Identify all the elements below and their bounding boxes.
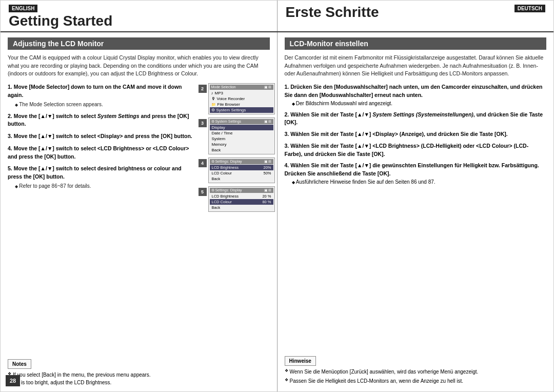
screen-item-system: ⚙ System Settings [210, 107, 273, 113]
screen3-system: System [210, 136, 273, 142]
screen5-back: Back [210, 205, 273, 210]
section-bar-en: Adjusting the LCD Monitor [8, 37, 270, 50]
step-en-1: 1. Move [Mode Selector] down to turn on … [8, 83, 194, 108]
screen3-memory: Memory [210, 142, 273, 147]
step-en-2: 2. Move the [▲/▼] switch to select Syste… [8, 112, 194, 129]
steps-area-en: 1. Move [Mode Selector] down to turn on … [8, 83, 270, 356]
step-en-1-number: 1. [8, 84, 12, 90]
lang-badge-en: ENGLISH [9, 5, 37, 12]
de-step-3-main: 3. Wählen Sie mit der Taste [▲/▼] <Displ… [285, 130, 547, 139]
screen-mock-3: 3 ⚙ System Settings▣ ⊞ Display Date / Ti… [208, 117, 275, 154]
note-en-2: If it is too bright, adjust the LCD Brig… [8, 379, 270, 386]
step-en-4-number: 4. [8, 145, 12, 151]
de-step-3: 3. Wählen Sie mit der Taste [▲/▼] <Displ… [285, 130, 547, 139]
screen-mock-2: 2 Mode Selection▣ ⊞ ♪ MP3 🎙 Voice Record… [208, 83, 275, 114]
screen-mock-4: 4 ⚙ Settings: Display▣ ⊞ LCD Brightness2… [208, 158, 275, 183]
step-en-4: 4. Move the [▲/▼] switch to select <LCD … [8, 145, 194, 161]
de-steps-area: 1. Drücken Sie den [Moduswahlschalter] n… [285, 83, 547, 356]
notes-section-en: Notes If you select [Back] in the menu, … [8, 356, 270, 386]
hinweise-section: Hinweise Wenn Sie die Menüoption [Zurück… [285, 356, 547, 386]
hinweise-label: Hinweise [285, 356, 316, 366]
de-step-1: 1. Drücken Sie den [Moduswahlschalter] n… [285, 83, 547, 107]
screen3-datetime: Date / Time [210, 130, 273, 136]
de-step-5-sub: Ausführlichere Hinweise finden Sie auf d… [285, 178, 547, 186]
col-english: Adjusting the LCD Monitor Your the CAM i… [1, 32, 278, 391]
notes-label-en: Notes [8, 359, 31, 369]
screen-mockups: 2 Mode Selection▣ ⊞ ♪ MP3 🎙 Voice Record… [198, 83, 270, 356]
screen-number-4: 4 [199, 159, 207, 167]
header: ENGLISH Getting Started DEUTSCH Erste Sc… [1, 1, 553, 32]
step-en-5-number: 5. [8, 165, 12, 171]
hint-de-1: Wenn Sie die Menüoption [Zurück] auswähl… [285, 368, 547, 376]
step-en-5-sub: Refer to page 86~87 for details. [8, 182, 194, 190]
steps-text-en: 1. Move [Mode Selector] down to turn on … [8, 83, 198, 356]
step-en-1-main: 1. Move [Mode Selector] down to turn on … [8, 83, 194, 100]
screen-item-voice: 🎙 Voice Recorder [210, 96, 273, 102]
hint-de-2: Passen Sie die Helligkeit des LCD-Monito… [285, 377, 547, 385]
page: ENGLISH Getting Started DEUTSCH Erste Sc… [0, 0, 554, 392]
screen5-brightness: LCD Brightness20 % [210, 193, 273, 199]
header-left: ENGLISH Getting Started [1, 1, 278, 31]
step-en-5: 5. Move the [▲/▼] switch to select desir… [8, 165, 194, 190]
de-step-5-main: 4. Wählen Sie mit der Taste [▲/▼] die ge… [285, 162, 547, 178]
screen4-colour: LCD Colour50% [210, 170, 273, 176]
screen4-brightness: LCD Brightness20% [210, 165, 273, 170]
screen-item-file: 📁 File Browser [210, 102, 273, 107]
de-step-5: 4. Wählen Sie mit der Taste [▲/▼] die ge… [285, 162, 547, 186]
screen3-back: Back [210, 147, 273, 153]
screen-title-3: ⚙ System Settings▣ ⊞ [210, 119, 273, 124]
screen-item-mp3: ♪ MP3 [210, 90, 273, 96]
screen-number-3: 3 [199, 119, 207, 127]
de-step-4: 3. Wählen Sie mit der Taste [▲/▼] <LCD B… [285, 142, 547, 159]
step-en-4-main: 4. Move the [▲/▼] switch to select <LCD … [8, 145, 194, 161]
screen-mock-5: 5 ⚙ Settings: Display▣ ⊞ LCD Brightness2… [208, 186, 275, 212]
page-number: 28 [6, 375, 20, 386]
step-en-3: 3. Move the [▲/▼] switch to select <Disp… [8, 132, 194, 141]
de-step-2-main: 2. Wählen Sie mit der Taste [▲/▼] System… [285, 111, 547, 127]
screen5-colour: LCD Colour80 % [210, 199, 273, 205]
step-en-3-number: 3. [8, 133, 12, 139]
step-en-3-main: 3. Move the [▲/▼] switch to select <Disp… [8, 132, 194, 141]
header-right: DEUTSCH Erste Schritte [278, 1, 554, 31]
section-bar-de: LCD-Monitor einstellen [285, 37, 547, 50]
screen3-display: Display [210, 125, 273, 130]
content: Adjusting the LCD Monitor Your the CAM i… [1, 32, 553, 391]
lang-badge-de: DEUTSCH [515, 5, 545, 12]
page-title-de: Erste Schritte [286, 5, 546, 21]
step-en-5-main: 5. Move the [▲/▼] switch to select desir… [8, 165, 194, 181]
intro-de: Der Camcorder ist mit einem Farbmonitor … [285, 54, 547, 78]
screen-title-5: ⚙ Settings: Display▣ ⊞ [210, 188, 273, 193]
screen-number-2: 2 [199, 85, 207, 93]
screen-number-5: 5 [199, 188, 207, 196]
intro-en: Your the CAM is equipped with a colour L… [8, 54, 270, 78]
screen-title-2: Mode Selection▣ ⊞ [210, 85, 273, 90]
step-en-2-number: 2. [8, 113, 12, 119]
step-en-1-sub: The Mode Selection screen appears. [8, 101, 194, 108]
screen-title-4: ⚙ Settings: Display▣ ⊞ [210, 159, 273, 164]
de-step-1-sub: Der Bildschirm Moduswahl wird angezeigt. [285, 100, 547, 107]
de-step-4-main: 3. Wählen Sie mit der Taste [▲/▼] <LCD B… [285, 142, 547, 159]
note-en-1: If you select [Back] in the menu, the pr… [8, 371, 270, 379]
screen4-back: Back [210, 176, 273, 182]
page-title-en: Getting Started [9, 13, 269, 29]
de-step-2: 2. Wählen Sie mit der Taste [▲/▼] System… [285, 111, 547, 127]
de-step-1-main: 1. Drücken Sie den [Moduswahlschalter] n… [285, 83, 547, 100]
col-german: LCD-Monitor einstellen Der Camcorder ist… [278, 32, 554, 391]
step-en-2-main: 2. Move the [▲/▼] switch to select Syste… [8, 112, 194, 129]
